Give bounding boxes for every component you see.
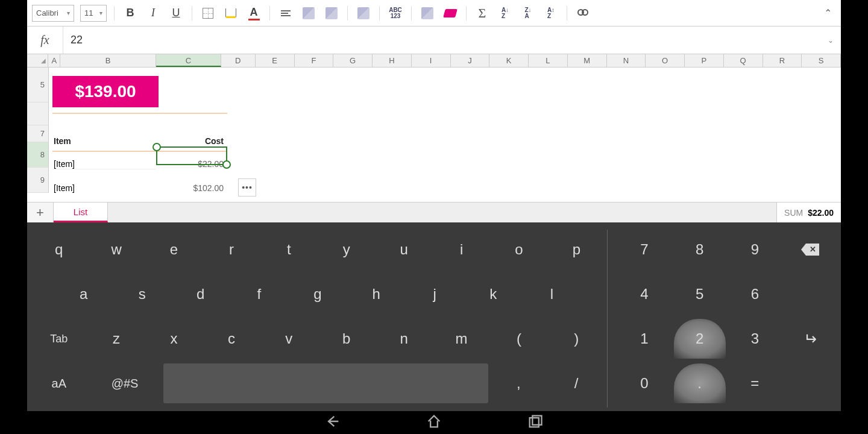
key-5[interactable]: 5 bbox=[674, 274, 726, 314]
find-button[interactable] bbox=[574, 5, 591, 22]
key-m[interactable]: m bbox=[435, 319, 488, 359]
key-blank2[interactable] bbox=[784, 363, 836, 403]
total-cell[interactable]: $139.00 bbox=[52, 76, 159, 107]
col-header-S[interactable]: S bbox=[802, 54, 841, 67]
col-header-K[interactable]: K bbox=[489, 54, 529, 67]
number-format-button[interactable]: ABC 123 bbox=[387, 5, 404, 22]
selection-handle-bottom-right[interactable] bbox=[222, 160, 231, 169]
formula-input[interactable]: 22 bbox=[63, 34, 820, 46]
key-n[interactable]: n bbox=[377, 319, 430, 359]
spreadsheet-grid[interactable]: ◢ A B C D E F G H I J K L M N O P Q R S … bbox=[27, 54, 841, 202]
key-f[interactable]: f bbox=[231, 274, 286, 314]
key-i[interactable]: i bbox=[435, 230, 488, 269]
font-size-select[interactable]: 11 ▾ bbox=[80, 5, 107, 22]
col-header-Q[interactable]: Q bbox=[724, 54, 763, 67]
key-o[interactable]: o bbox=[492, 230, 546, 269]
key-paren-close[interactable]: ) bbox=[550, 319, 603, 359]
nav-home-button[interactable] bbox=[426, 413, 442, 432]
add-sheet-button[interactable]: + bbox=[27, 203, 54, 222]
key-0[interactable]: 0 bbox=[618, 363, 670, 403]
key-s[interactable]: s bbox=[115, 274, 169, 314]
key-w[interactable]: w bbox=[89, 230, 143, 269]
key-4[interactable]: 4 bbox=[618, 274, 670, 314]
sort-desc-button[interactable]: Z↓ A bbox=[520, 5, 536, 22]
col-header-J[interactable]: J bbox=[451, 54, 490, 67]
row-header-9[interactable]: 9 bbox=[27, 168, 49, 193]
key-symbols[interactable]: @#S bbox=[90, 363, 160, 403]
sort-custom-button[interactable]: A↕ Z bbox=[542, 5, 559, 22]
key-b[interactable]: b bbox=[319, 319, 373, 359]
nav-recent-button[interactable] bbox=[527, 413, 544, 432]
underline-button[interactable]: U bbox=[168, 5, 184, 22]
key-t[interactable]: t bbox=[262, 230, 316, 269]
col-header-L[interactable]: L bbox=[529, 54, 568, 67]
wrap-button[interactable] bbox=[323, 5, 340, 22]
key-shift[interactable]: aA bbox=[32, 363, 86, 403]
key-slash[interactable]: / bbox=[549, 363, 603, 403]
borders-button[interactable] bbox=[200, 5, 216, 22]
font-color-button[interactable]: A bbox=[245, 5, 262, 22]
key-tab[interactable]: Tab bbox=[32, 319, 86, 359]
col-header-F[interactable]: F bbox=[295, 54, 334, 67]
autosum-button[interactable]: Σ bbox=[474, 5, 491, 22]
key-q[interactable]: q bbox=[32, 230, 86, 269]
key-p[interactable]: p bbox=[550, 230, 603, 269]
row-header-7[interactable]: 7 bbox=[27, 125, 49, 142]
key-e[interactable]: e bbox=[147, 230, 201, 269]
bold-button[interactable]: B bbox=[122, 5, 139, 22]
key-y[interactable]: y bbox=[319, 230, 373, 269]
merge-button[interactable] bbox=[300, 5, 317, 22]
clear-button[interactable] bbox=[442, 5, 459, 22]
header-cost[interactable]: Cost bbox=[156, 136, 227, 146]
formula-expand-button[interactable]: ⌄ bbox=[820, 36, 841, 45]
key-period[interactable]: . bbox=[674, 363, 726, 403]
fx-label[interactable]: fx bbox=[27, 27, 63, 54]
collapse-ribbon-button[interactable]: ⌃ bbox=[819, 5, 836, 22]
sheet-tab-list[interactable]: List bbox=[54, 203, 108, 222]
align-button[interactable] bbox=[277, 5, 294, 22]
font-family-select[interactable]: Calibri ▾ bbox=[32, 5, 74, 22]
key-blank1[interactable] bbox=[784, 274, 836, 314]
fill-color-button[interactable] bbox=[222, 5, 239, 22]
col-header-B[interactable]: B bbox=[60, 54, 156, 67]
key-3[interactable]: 3 bbox=[729, 319, 781, 359]
select-all-corner[interactable]: ◢ bbox=[27, 54, 48, 67]
col-header-P[interactable]: P bbox=[685, 54, 724, 67]
col-header-G[interactable]: G bbox=[333, 54, 373, 67]
key-h[interactable]: h bbox=[349, 274, 404, 314]
key-space[interactable] bbox=[163, 363, 488, 403]
cell-cost-2[interactable]: $102.00 bbox=[156, 183, 227, 193]
row-header-blank[interactable] bbox=[27, 102, 49, 125]
key-9[interactable]: 9 bbox=[729, 230, 781, 269]
key-x[interactable]: x bbox=[147, 319, 201, 359]
key-a[interactable]: a bbox=[56, 274, 111, 314]
col-header-O[interactable]: O bbox=[646, 54, 685, 67]
key-l[interactable]: l bbox=[524, 274, 579, 314]
active-cell-selection[interactable] bbox=[156, 146, 227, 165]
insert-cells-button[interactable] bbox=[419, 5, 436, 22]
key-7[interactable]: 7 bbox=[618, 230, 670, 269]
key-2[interactable]: 2 bbox=[674, 319, 726, 359]
key-equals[interactable]: = bbox=[729, 363, 781, 403]
col-header-R[interactable]: R bbox=[763, 54, 802, 67]
key-backspace[interactable]: ✕ bbox=[784, 230, 836, 269]
row-header-8[interactable]: 8 bbox=[27, 142, 49, 168]
col-header-N[interactable]: N bbox=[607, 54, 646, 67]
sort-asc-button[interactable]: A↓ Z bbox=[497, 5, 514, 22]
row-header-5[interactable]: 5 bbox=[27, 68, 49, 102]
cell-item-1[interactable]: [Item] bbox=[52, 159, 156, 169]
insert-row-button[interactable] bbox=[355, 5, 372, 22]
key-comma[interactable]: , bbox=[492, 363, 546, 403]
key-v[interactable]: v bbox=[262, 319, 316, 359]
nav-back-button[interactable] bbox=[324, 413, 341, 432]
key-z[interactable]: z bbox=[89, 319, 143, 359]
key-c[interactable]: c bbox=[204, 319, 258, 359]
col-header-I[interactable]: I bbox=[412, 54, 451, 67]
header-item[interactable]: Item bbox=[52, 136, 156, 146]
key-j[interactable]: j bbox=[407, 274, 462, 314]
col-header-E[interactable]: E bbox=[256, 54, 295, 67]
col-header-C[interactable]: C bbox=[156, 54, 221, 67]
selection-handle-top-left[interactable] bbox=[153, 143, 161, 151]
key-8[interactable]: 8 bbox=[674, 230, 726, 269]
col-header-M[interactable]: M bbox=[568, 54, 607, 67]
